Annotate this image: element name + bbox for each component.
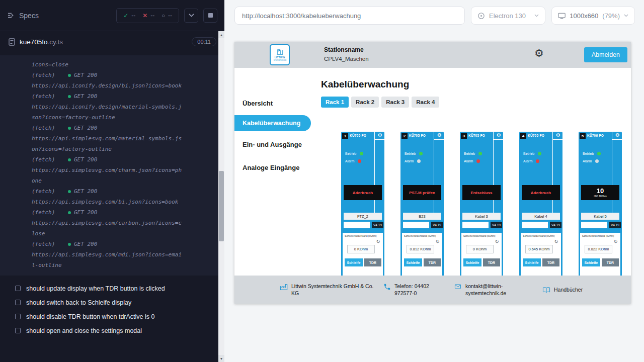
rack-tab[interactable]: Rack 2	[351, 97, 379, 108]
schleife-button[interactable]: Schleife	[463, 258, 481, 266]
stat-failed: ✕--	[142, 12, 154, 19]
reporter-scrollbar[interactable]: ▴ ▾	[218, 31, 224, 362]
station-label: Stationsname	[324, 46, 369, 53]
email-text: kontakt@littwin-systemtechnik.de	[465, 283, 522, 297]
slot-number: 2	[401, 133, 408, 139]
alarm-label: Alarm	[464, 159, 473, 163]
viewport-size: 1000x660	[570, 12, 598, 20]
log-command: (fetch)	[32, 154, 68, 165]
test-item[interactable]: should switch back to Schleife display	[0, 296, 224, 310]
collapse-button[interactable]	[184, 9, 198, 23]
specs-menu[interactable]: Specs	[7, 12, 39, 20]
scroll-down-arrow[interactable]: ▾	[218, 355, 224, 362]
mode-buttons: Schleife TDR	[404, 258, 441, 266]
log-command: (fetch)	[32, 70, 68, 80]
log-status: GET 200	[74, 123, 97, 133]
schleife-button[interactable]: Schleife	[404, 258, 422, 266]
log-entry[interactable]: (fetch) GET 200 https://api.simplesvg.co…	[32, 154, 214, 186]
test-item[interactable]: should disable TDR button when tdrActive…	[0, 310, 224, 324]
pending-count: --	[168, 12, 172, 19]
settings-gear-icon[interactable]: ⚙	[534, 48, 544, 58]
alarm-label: Alarm	[583, 159, 592, 163]
log-entry[interactable]: (fetch) GET 200 https://api.simplesvg.co…	[32, 239, 214, 270]
log-entry[interactable]: (fetch) GET 200 https://api.iconify.desi…	[32, 70, 214, 91]
nav-item[interactable]: Übersicht	[234, 93, 315, 113]
betrieb-row: Betrieb	[583, 152, 601, 155]
cypress-topbar: Specs ✓-- ✕-- ○--	[0, 0, 224, 31]
failed-icon: ✕	[142, 12, 147, 19]
log-command: (fetch)	[32, 207, 68, 218]
refresh-icon[interactable]: ↻	[614, 239, 618, 244]
measurement-panel: Schleifenwiderstand [kOhm] ↻ 0 KOhm Schl…	[461, 233, 502, 276]
tdr-button[interactable]: TDR	[364, 258, 381, 266]
nav-item[interactable]: Kabelüberwachung	[234, 115, 311, 131]
log-entry[interactable]: (fetch) GET 200 https://api.simplesvg.co…	[32, 207, 214, 239]
tdr-button[interactable]: TDR	[602, 258, 619, 266]
device-gear-icon[interactable]: ⚙	[615, 133, 620, 138]
refresh-icon[interactable]: ↻	[495, 239, 499, 244]
manuals-link[interactable]: Handbücher	[542, 286, 583, 294]
nav-item[interactable]: Analoge Eingänge	[234, 157, 315, 177]
company-info: Littwin Systemtechnik GmbH & Co. KG	[280, 283, 378, 297]
schleife-button[interactable]: Schleife	[345, 258, 363, 266]
manuals-text: Handbücher	[554, 286, 583, 293]
device-gear-icon[interactable]: ⚙	[437, 133, 442, 138]
rack-tab[interactable]: Rack 1	[321, 97, 349, 108]
schleife-button[interactable]: Schleife	[523, 258, 541, 266]
alarm-row: Alarm	[583, 159, 599, 163]
pending-icon: ○	[162, 13, 165, 19]
test-item[interactable]: should update display when TDR button is…	[0, 282, 224, 296]
refresh-icon[interactable]: ↻	[554, 239, 558, 244]
log-status: GET 200	[74, 186, 97, 197]
test-item[interactable]: should open and close the settings modal	[0, 324, 224, 338]
betrieb-led	[419, 152, 423, 155]
logout-button[interactable]: Abmelden	[584, 47, 627, 62]
log-url: https://api.iconify.design/bi.json?icons…	[32, 80, 183, 91]
status-display: Aderbruch	[522, 185, 560, 200]
firmware-version: V4.19	[372, 222, 383, 228]
browser-select[interactable]: Electron 130	[471, 7, 545, 25]
log-command: (fetch)	[32, 123, 68, 133]
refresh-icon[interactable]: ↻	[376, 239, 380, 244]
logo-subtext: SYSTEMTECHNIK	[273, 60, 286, 61]
url-input[interactable]	[234, 7, 465, 25]
chevron-down-icon	[189, 14, 194, 17]
log-entry[interactable]: (fetch) GET 200 https://api.simplesvg.co…	[32, 186, 214, 207]
device-gear-icon[interactable]: ⚙	[378, 133, 382, 138]
test-list: should update display when TDR button is…	[0, 276, 224, 338]
log-entry[interactable]: (fetch) GET 200 https://api.iconify.desi…	[32, 91, 214, 123]
status-ok-dot-icon	[68, 243, 71, 246]
viewport-select[interactable]: 1000x660 (79%)	[551, 7, 635, 25]
tdr-button[interactable]: TDR	[424, 258, 441, 266]
firmware-version: V4.19	[491, 222, 502, 228]
measurement-panel: Schleifenwiderstand [kOhm] ↻ 0.812 KOhm …	[402, 233, 442, 276]
factory-icon	[280, 283, 288, 291]
refresh-icon[interactable]: ↻	[436, 239, 440, 244]
stop-button[interactable]	[203, 9, 217, 23]
littwin-logo: LITTWIN SYSTEMTECHNIK	[270, 44, 290, 65]
alarm-led	[595, 159, 599, 163]
panel-divider	[612, 132, 612, 216]
betrieb-row: Betrieb	[464, 152, 482, 155]
specs-list-icon	[7, 12, 15, 19]
tdr-button[interactable]: TDR	[483, 258, 500, 266]
browser-chrome: Electron 130 1000x660 (79%)	[224, 0, 644, 31]
status-display: PST-M prüfen	[403, 185, 441, 200]
rack-tab[interactable]: Rack 4	[412, 97, 439, 108]
device-gear-icon[interactable]: ⚙	[497, 133, 501, 138]
betrieb-label: Betrieb	[405, 152, 416, 155]
device-gear-icon[interactable]: ⚙	[556, 133, 560, 138]
schleife-button[interactable]: Schleife	[582, 258, 600, 266]
tdr-button[interactable]: TDR	[542, 258, 559, 266]
cable-name: Kabel 4	[522, 213, 560, 220]
app-body: Übersicht Kabelüberwachung Ein- und Ausg…	[234, 68, 631, 276]
log-entry[interactable]: (fetch) GET 200 https://api.simplesvg.co…	[32, 123, 214, 154]
mode-buttons: Schleife TDR	[463, 258, 500, 266]
scroll-up-arrow[interactable]: ▴	[218, 31, 224, 38]
scrollbar-thumb[interactable]	[219, 171, 224, 241]
littwin-logo-icon	[276, 48, 284, 55]
log-url: https://api.simplesvg.com/bi.json?icons=…	[32, 197, 183, 207]
stop-icon	[208, 13, 213, 18]
rack-tab[interactable]: Rack 3	[381, 97, 409, 108]
nav-item[interactable]: Ein- und Ausgänge	[234, 134, 315, 154]
